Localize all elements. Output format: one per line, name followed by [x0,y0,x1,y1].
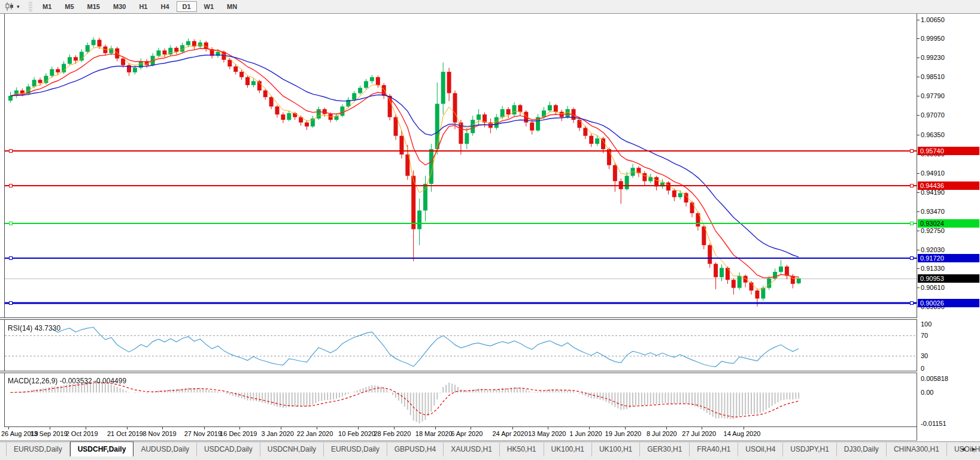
price-tick-mark [917,173,920,174]
tab-scroll-right-icon[interactable]: ► [971,446,977,452]
time-axis[interactable]: 26 Aug 201913 Sep 20192 Oct 201921 Oct 2… [0,427,916,440]
price-tick-mark [917,268,920,269]
chart-tab-uk100-h1[interactable]: UK100,H1 [544,443,592,456]
time-tick-label: 28 Feb 2020 [374,430,411,437]
price-chart-canvas[interactable] [5,14,917,318]
chart-tabs: EURUSD,DailyUSDCHF,DailyAUDUSD,DailyUSDC… [0,442,980,456]
price-tick-label: 0.91330 [921,265,945,272]
chart-tab-usoil-h4[interactable]: USOil,H4 [738,443,783,456]
rsi-tick-label: 30 [921,352,928,359]
chart-rsi-splitter[interactable] [0,317,980,320]
time-tick-mark [744,427,744,429]
timeframe-button-H4[interactable]: H4 [154,1,175,12]
time-tick-mark [394,427,395,429]
price-tick-mark [917,115,920,116]
chart-tab-fra40-h1[interactable]: FRA40,H1 [690,443,738,456]
time-tick-mark [127,427,128,429]
time-tick-mark [204,427,205,429]
macd-pane-label: MACD(12,26,9) -0.003532 -0.004499 [8,377,126,385]
rsi-macd-splitter[interactable] [0,371,980,373]
rsi-indicator-canvas[interactable] [5,320,917,371]
chart-tab-dj30-daily[interactable]: DJ30,Daily [837,443,887,456]
timeframe-button-M15[interactable]: M15 [81,1,106,12]
timeframe-button-M1[interactable]: M1 [37,1,57,12]
trading-terminal-window: ▾ M1M5M15M30H1H4D1W1MN ▼USDCHF,Daily0.90… [0,0,980,460]
chart-tab-eurusd-daily[interactable]: EURUSD,Daily [324,443,387,456]
time-tick-mark [625,427,626,429]
candlestick-chart-icon[interactable] [4,2,16,11]
macd-tick-label: 0.00 [921,389,933,396]
time-tick-mark [50,427,50,429]
price-tick-mark [917,192,920,193]
timeframe-toolbar: ▾ M1M5M15M30H1H4D1W1MN [0,0,980,14]
chart-tab-china300-h1[interactable]: CHINA300,H1 [887,443,947,456]
time-tick-label: 13 May 2020 [528,430,566,437]
price-tick-mark [917,20,920,20]
time-tick-label: 8 Nov 2019 [142,430,176,437]
chart-tab-uk100-h1[interactable]: UK100,H1 [592,443,640,456]
price-tick-mark [917,135,920,135]
time-tick-label: 6 Apr 2020 [451,430,483,437]
price-tick-mark [917,77,920,77]
time-tick-mark [548,427,548,429]
timeframe-buttons: M1M5M15M30H1H4D1W1MN [36,1,244,12]
chart-tab-ger30-h1[interactable]: GER30,H1 [640,443,690,456]
time-tick-label: 24 Apr 2020 [493,430,528,437]
price-tick-label: 1.00650 [921,16,945,23]
toolbar-drag-grip[interactable] [29,2,32,11]
rsi-tick-label: 0 [921,365,924,372]
price-tick-label: 0.94910 [921,170,945,177]
time-tick-mark [281,427,281,429]
chart-tab-usdjpy-h1[interactable]: USDJPY,H1 [783,443,836,456]
time-tick-mark [86,427,86,429]
price-tick-label: 0.90610 [921,284,945,291]
timeframe-button-D1[interactable]: D1 [177,1,197,12]
price-tick-label: 0.99230 [921,54,945,61]
price-tick-label: 0.93470 [921,208,945,215]
time-tick-label: 19 Jun 2020 [605,430,642,437]
macd-indicator-canvas[interactable] [5,374,917,426]
chart-tab-eurusd-daily[interactable]: EURUSD,Daily [6,443,70,456]
time-tick-label: 3 Jan 2020 [261,430,293,437]
timeframe-button-M5[interactable]: M5 [59,1,80,12]
chart-tab-gbpusd-h4[interactable]: GBPUSD,H4 [387,443,444,456]
time-tick-mark [435,427,436,429]
chart-tab-bar: EURUSD,DailyUSDCHF,DailyAUDUSD,DailyUSDC… [0,441,980,460]
time-tick-mark [239,427,240,429]
chart-tab-hk50-h1[interactable]: HK50,H1 [500,443,544,456]
time-tick-mark [666,427,667,429]
price-tick-mark [917,288,920,288]
time-tick-label: 1 Jun 2020 [569,430,602,437]
timeframe-button-W1[interactable]: W1 [198,1,220,12]
price-tick-mark [917,211,920,212]
price-tick-mark [917,231,920,231]
price-tick-mark [917,38,920,39]
timeframe-button-M30[interactable]: M30 [107,1,132,12]
plot-left-border [4,14,5,441]
timeframe-button-H1[interactable]: H1 [133,1,153,12]
time-tick-label: 18 Mar 2020 [415,430,453,437]
time-tick-mark [8,427,9,429]
chevron-down-icon[interactable]: ▾ [17,4,24,10]
price-tick-label: 0.98510 [921,73,945,80]
time-tick-label: 27 Jul 2020 [682,430,716,437]
timeframe-button-MN[interactable]: MN [221,1,243,12]
price-tick-mark [917,58,920,58]
price-tick-label: 0.96350 [921,131,945,138]
chart-tab-usdcnh-daily[interactable]: USDCNH,Daily [260,443,324,456]
time-tick-label: 2 Oct 2019 [66,430,98,437]
price-tick-label: 0.97790 [921,92,945,99]
time-tick-mark [512,427,513,429]
chart-tab-usdcad-daily[interactable]: USDCAD,Daily [197,443,260,456]
time-tick-label: 10 Feb 2020 [338,430,375,437]
chart-tab-audusd-daily[interactable]: AUDUSD,Daily [134,443,197,456]
price-tick-mark [917,96,920,96]
macd-tick-label: 0.005818 [921,375,948,382]
price-tick-mark [917,250,920,250]
chart-tab-xauusd-h1[interactable]: XAUUSD,H1 [444,443,500,456]
time-tick-label: 13 Sep 2019 [30,430,67,437]
chart-tab-usdchf-daily[interactable]: USDCHF,Daily [70,441,134,456]
tab-scroll-arrows: ◄ ► [956,446,977,452]
tab-scroll-left-icon[interactable]: ◄ [960,446,966,452]
price-axis[interactable]: 1.006500.999500.992300.985100.977900.970… [917,14,980,441]
